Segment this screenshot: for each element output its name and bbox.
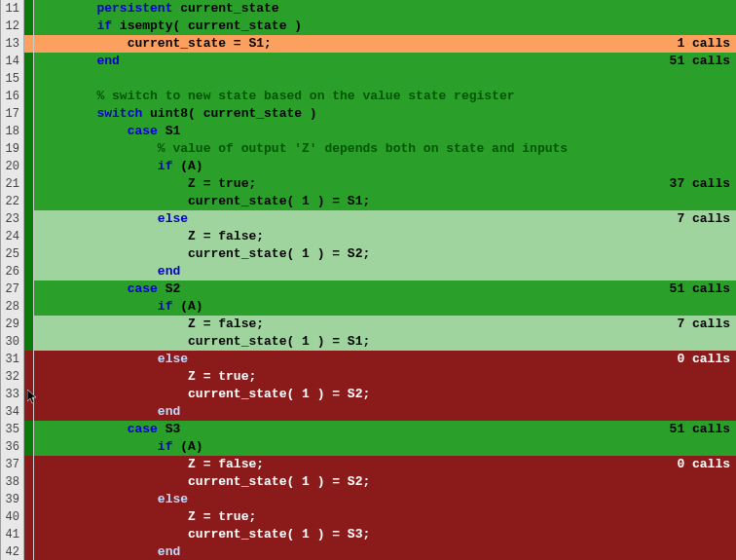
code-text: current_state( 1 ) = S2; bbox=[36, 245, 370, 263]
code-line[interactable]: 18 case S1 bbox=[1, 123, 736, 140]
code-content[interactable]: if isempty( current_state ) bbox=[34, 18, 736, 35]
line-number: 36 bbox=[1, 438, 24, 456]
code-content[interactable]: end bbox=[34, 543, 736, 560]
line-number: 24 bbox=[1, 228, 24, 245]
code-content[interactable]: Z = true; bbox=[34, 368, 736, 386]
code-line[interactable]: 22 current_state( 1 ) = S1; bbox=[1, 193, 736, 210]
code-content[interactable]: case S251 calls bbox=[34, 280, 736, 298]
code-text: current_state( 1 ) = S2; bbox=[36, 386, 370, 403]
code-content[interactable]: Z = false;0 calls bbox=[34, 456, 736, 473]
code-content[interactable]: Z = false; bbox=[34, 228, 736, 245]
code-line[interactable]: 33 current_state( 1 ) = S2; bbox=[1, 386, 736, 403]
code-line[interactable]: 26 end bbox=[1, 263, 736, 280]
code-line[interactable]: 15 bbox=[1, 70, 736, 88]
coverage-marker bbox=[24, 456, 34, 473]
code-content[interactable]: end bbox=[34, 263, 736, 280]
code-text: else bbox=[36, 351, 188, 368]
code-content[interactable]: end51 calls bbox=[34, 53, 736, 70]
code-line[interactable]: 34 end bbox=[1, 403, 736, 421]
coverage-marker bbox=[24, 18, 34, 35]
code-content[interactable]: current_state( 1 ) = S3; bbox=[34, 526, 736, 543]
line-number: 26 bbox=[1, 263, 24, 280]
coverage-marker bbox=[24, 491, 34, 508]
code-content[interactable]: else7 calls bbox=[34, 210, 736, 228]
code-line[interactable]: 11 persistent current_state bbox=[1, 0, 736, 18]
code-line[interactable]: 29 Z = false;7 calls bbox=[1, 316, 736, 333]
code-content[interactable]: current_state( 1 ) = S2; bbox=[34, 386, 736, 403]
code-text: current_state( 1 ) = S3; bbox=[36, 526, 370, 543]
code-content[interactable]: if (A) bbox=[34, 438, 736, 456]
code-content[interactable]: Z = false;7 calls bbox=[34, 316, 736, 333]
code-line[interactable]: 25 current_state( 1 ) = S2; bbox=[1, 245, 736, 263]
code-line[interactable]: 39 else bbox=[1, 491, 736, 508]
code-line[interactable]: 19 % value of output 'Z' depends both on… bbox=[1, 140, 736, 158]
code-content[interactable]: else0 calls bbox=[34, 351, 736, 368]
code-content[interactable]: current_state( 1 ) = S1; bbox=[34, 193, 736, 210]
code-text: case S2 bbox=[36, 280, 180, 298]
code-line[interactable]: 12 if isempty( current_state ) bbox=[1, 18, 736, 35]
code-content[interactable]: persistent current_state bbox=[34, 0, 736, 18]
code-content[interactable]: switch uint8( current_state ) bbox=[34, 105, 736, 123]
code-content[interactable]: current_state( 1 ) = S2; bbox=[34, 245, 736, 263]
code-content[interactable]: % value of output 'Z' depends both on st… bbox=[34, 140, 736, 158]
code-text: if isempty( current_state ) bbox=[36, 18, 302, 35]
coverage-marker bbox=[24, 386, 34, 403]
coverage-marker bbox=[24, 105, 34, 123]
code-line[interactable]: 28 if (A) bbox=[1, 298, 736, 316]
line-number: 11 bbox=[1, 0, 24, 18]
code-content[interactable]: current_state( 1 ) = S2; bbox=[34, 473, 736, 491]
coverage-marker bbox=[24, 70, 34, 88]
code-content[interactable]: if (A) bbox=[34, 158, 736, 175]
code-text: current_state( 1 ) = S1; bbox=[36, 193, 370, 210]
code-text: if (A) bbox=[36, 438, 203, 456]
call-count: 7 calls bbox=[669, 210, 730, 228]
code-line[interactable]: 23 else7 calls bbox=[1, 210, 736, 228]
code-content[interactable]: % switch to new state based on the value… bbox=[34, 88, 736, 105]
code-line[interactable]: 30 current_state( 1 ) = S1; bbox=[1, 333, 736, 351]
code-content[interactable]: case S351 calls bbox=[34, 421, 736, 438]
code-text: end bbox=[36, 403, 180, 421]
code-line[interactable]: 20 if (A) bbox=[1, 158, 736, 175]
coverage-marker bbox=[24, 228, 34, 245]
coverage-marker bbox=[24, 123, 34, 140]
code-content[interactable]: Z = true; bbox=[34, 508, 736, 526]
coverage-marker bbox=[24, 351, 34, 368]
line-number: 30 bbox=[1, 333, 24, 351]
code-content[interactable]: case S1 bbox=[34, 123, 736, 140]
code-line[interactable]: 41 current_state( 1 ) = S3; bbox=[1, 526, 736, 543]
code-text: Z = true; bbox=[36, 175, 256, 193]
code-content[interactable]: end bbox=[34, 403, 736, 421]
line-number: 13 bbox=[1, 35, 24, 53]
code-line[interactable]: 24 Z = false; bbox=[1, 228, 736, 245]
code-line[interactable]: 21 Z = true;37 calls bbox=[1, 175, 736, 193]
code-line[interactable]: 27 case S251 calls bbox=[1, 280, 736, 298]
code-content[interactable]: Z = true;37 calls bbox=[34, 175, 736, 193]
code-text: % switch to new state based on the value… bbox=[36, 88, 515, 105]
coverage-marker bbox=[24, 316, 34, 333]
code-text: Z = true; bbox=[36, 508, 256, 526]
code-content[interactable]: if (A) bbox=[34, 298, 736, 316]
code-line[interactable]: 35 case S351 calls bbox=[1, 421, 736, 438]
coverage-marker bbox=[24, 140, 34, 158]
code-content[interactable]: else bbox=[34, 491, 736, 508]
code-text: current_state( 1 ) = S2; bbox=[36, 473, 370, 491]
coverage-marker bbox=[24, 53, 34, 70]
code-line[interactable]: 32 Z = true; bbox=[1, 368, 736, 386]
code-line[interactable]: 37 Z = false;0 calls bbox=[1, 456, 736, 473]
code-content[interactable] bbox=[34, 70, 736, 88]
code-text: else bbox=[36, 491, 188, 508]
code-line[interactable]: 31 else0 calls bbox=[1, 351, 736, 368]
code-line[interactable]: 14 end51 calls bbox=[1, 53, 736, 70]
code-line[interactable]: 16 % switch to new state based on the va… bbox=[1, 88, 736, 105]
code-content[interactable]: current_state( 1 ) = S1; bbox=[34, 333, 736, 351]
code-line[interactable]: 40 Z = true; bbox=[1, 508, 736, 526]
code-line[interactable]: 36 if (A) bbox=[1, 438, 736, 456]
line-number: 33 bbox=[1, 386, 24, 403]
code-line[interactable]: 42 end bbox=[1, 543, 736, 560]
coverage-marker bbox=[24, 35, 34, 53]
code-line[interactable]: 13 current_state = S1;1 calls bbox=[1, 35, 736, 53]
code-editor[interactable]: 11 persistent current_state12 if isempty… bbox=[0, 0, 736, 560]
code-content[interactable]: current_state = S1;1 calls bbox=[34, 35, 736, 53]
code-line[interactable]: 38 current_state( 1 ) = S2; bbox=[1, 473, 736, 491]
code-line[interactable]: 17 switch uint8( current_state ) bbox=[1, 105, 736, 123]
